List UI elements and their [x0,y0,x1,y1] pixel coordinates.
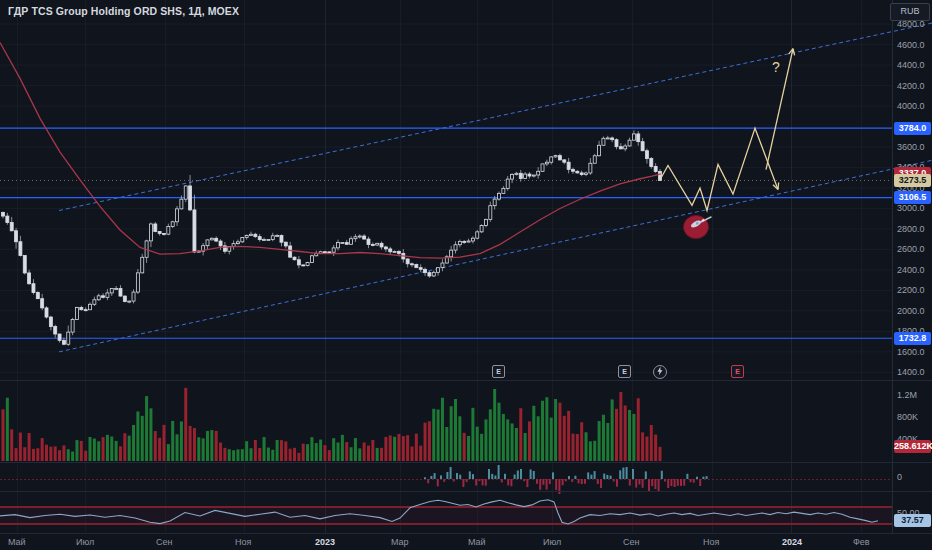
price-tick-label: 2000.0 [897,306,925,316]
delta-zero-label: 0 [897,472,902,482]
price-value-label: 258.612K [894,440,931,453]
time-axis-month-label[interactable]: Ноя [703,537,719,547]
price-pane[interactable] [0,23,932,352]
price-tick-label: 3000.0 [897,203,925,213]
time-axis-month-label[interactable]: Ноя [235,537,251,547]
time-axis-month-label[interactable]: Сен [156,537,172,547]
price-tick-label: 1400.0 [897,367,925,377]
price-value-label: 3273.5 [894,174,931,187]
price-tick-label: 4400.0 [897,60,925,70]
trading-chart-window: ? ГДР TCS Group Holding ORD SHS, 1Д, MOE… [0,0,932,550]
time-axis-month-label[interactable]: Сен [623,537,639,547]
price-value-label: 37.57 [894,514,931,527]
symbol-title[interactable]: ГДР TCS Group Holding ORD SHS, 1Д, MOEX [8,5,239,17]
price-tick-label: 1600.0 [897,347,925,357]
price-scale[interactable]: 4800.04600.04400.04200.04000.03600.03400… [892,0,932,533]
earnings-marker-icon[interactable]: E [492,365,505,378]
price-tick-label: 3600.0 [897,142,925,152]
volume-tick-label: 1.2M [897,390,917,400]
price-value-label: 3106.5 [894,191,931,204]
price-tick-label: 2200.0 [897,285,925,295]
price-value-label: 3784.0 [894,122,931,135]
time-axis-year-label[interactable]: 2023 [315,537,335,547]
volume-tick-label: 800K [897,412,918,422]
price-tick-label: 2800.0 [897,224,925,234]
price-tick-label: 4600.0 [897,40,925,50]
delta-pane[interactable] [0,465,892,494]
dividends-marker-icon[interactable] [653,365,667,379]
earnings-marker-icon[interactable]: E [618,365,631,378]
rsi-pane[interactable] [0,500,892,524]
earnings-marker-icon[interactable]: E [731,365,744,378]
price-tick-label: 2400.0 [897,265,925,275]
time-axis-year-label[interactable]: 2024 [782,537,802,547]
price-tick-label: 4200.0 [897,81,925,91]
drawing-tools-layer[interactable]: ? [660,49,795,239]
time-axis-month-label[interactable]: Май [468,537,486,547]
time-axis-month-label[interactable]: Июл [543,537,561,547]
currency-toggle-button[interactable]: RUB [890,3,930,21]
time-axis-month-label[interactable]: Фев [853,537,870,547]
time-axis-month-label[interactable]: Май [8,537,26,547]
chart-canvas[interactable]: ? [0,0,932,550]
volume-pane[interactable] [2,388,662,461]
time-axis-month-label[interactable]: Мар [391,537,409,547]
time-axis-month-label[interactable]: Июл [76,537,94,547]
rocket-sticker[interactable] [684,216,712,239]
question-annotation[interactable]: ? [772,59,780,75]
price-tick-label: 2600.0 [897,244,925,254]
price-tick-label: 4000.0 [897,101,925,111]
price-value-label: 1732.8 [894,332,931,345]
